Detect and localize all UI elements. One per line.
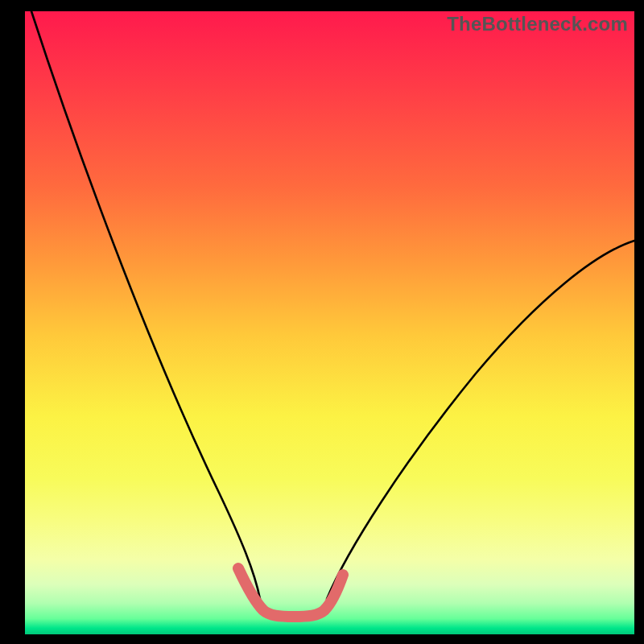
watermark-text: TheBottleneck.com bbox=[447, 13, 628, 35]
chart-frame: TheBottleneck.com bbox=[0, 0, 644, 644]
chart-curves bbox=[25, 11, 634, 634]
curve-right-branch bbox=[327, 241, 634, 599]
curve-left-branch bbox=[31, 11, 260, 599]
